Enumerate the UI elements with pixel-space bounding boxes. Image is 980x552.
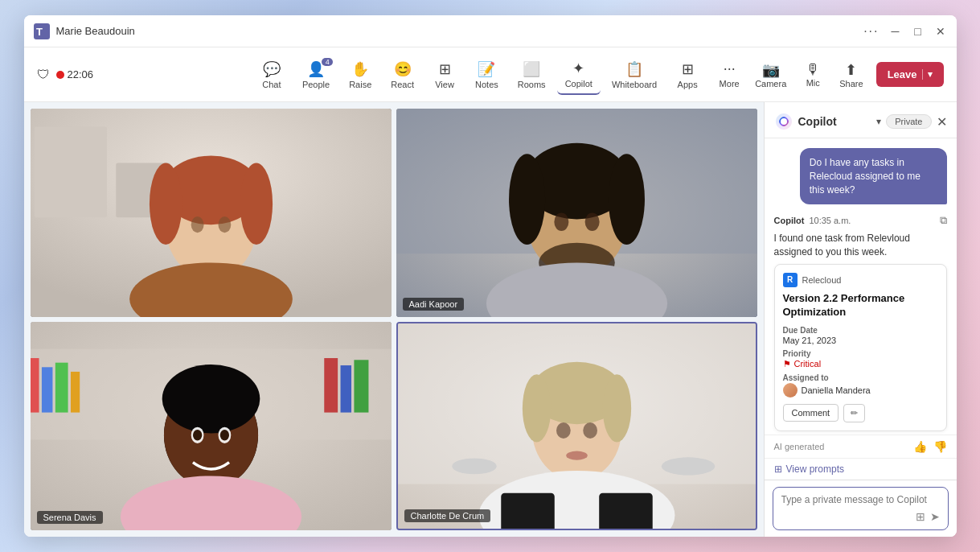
toolbar-right: 📷 Camera 🎙 Mic ⬆ Share Leave ▾ xyxy=(748,58,943,92)
leave-chevron-icon[interactable]: ▾ xyxy=(922,69,933,80)
relecloud-icon: R xyxy=(783,273,798,287)
edit-button[interactable]: ✏ xyxy=(843,404,865,422)
priority-value: ⚑ Critical xyxy=(783,359,938,369)
copilot-input[interactable] xyxy=(781,494,940,505)
svg-point-11 xyxy=(218,216,231,233)
due-date-value: May 21, 2023 xyxy=(783,336,938,345)
leave-label: Leave xyxy=(888,68,917,80)
raise-label: Raise xyxy=(349,80,371,89)
recording-time: 22:06 xyxy=(68,68,94,80)
title-bar: T Marie Beaudouin ··· ─ □ ✕ xyxy=(24,15,957,47)
whiteboard-label: Whiteboard xyxy=(612,80,657,89)
recording-badge: 22:06 xyxy=(56,68,94,80)
share-icon: ⬆ xyxy=(845,61,857,79)
video-sim-1 xyxy=(31,109,392,317)
svg-rect-30 xyxy=(324,358,338,413)
view-prompts-bar[interactable]: ⊞ View prompts xyxy=(765,458,957,480)
svg-point-21 xyxy=(554,213,568,232)
thumbs-up-icon[interactable]: 👍 xyxy=(913,440,927,453)
react-label: React xyxy=(391,80,414,89)
view-prompts-icon: ⊞ xyxy=(774,463,782,475)
svg-point-9 xyxy=(240,163,273,245)
comment-button[interactable]: Comment xyxy=(783,404,839,422)
copilot-response-text: I found one task from Relevloud assigned… xyxy=(774,232,947,259)
close-button[interactable]: ✕ xyxy=(934,25,947,38)
copilot-response-name: Copilot xyxy=(774,216,805,225)
svg-rect-28 xyxy=(55,363,68,413)
svg-point-18 xyxy=(509,154,545,245)
svg-point-10 xyxy=(191,216,203,233)
task-card: R Relecloud Version 2.2 Performance Opti… xyxy=(774,264,947,431)
minimize-button[interactable]: ─ xyxy=(889,25,902,38)
mic-button[interactable]: 🎙 Mic xyxy=(799,58,826,91)
camera-button[interactable]: 📷 Camera xyxy=(748,58,793,92)
raise-icon: ✋ xyxy=(351,60,369,78)
private-badge: Private xyxy=(886,114,931,129)
apps-icon: ⊞ xyxy=(682,60,694,78)
copilot-dropdown-icon[interactable]: ▾ xyxy=(876,116,881,127)
send-icon[interactable]: ➤ xyxy=(930,510,940,523)
copilot-panel: Copilot ▾ Private ✕ Do I have any tasks … xyxy=(764,102,957,537)
toolbar-apps[interactable]: ⊞ Apps xyxy=(668,56,707,94)
copy-icon[interactable]: ⧉ xyxy=(940,214,947,227)
chat-label: Chat xyxy=(262,80,281,89)
notes-label: Notes xyxy=(475,80,498,89)
more-options-icon[interactable]: ··· xyxy=(863,24,879,39)
toolbar-people[interactable]: 👤 People 4 xyxy=(294,56,338,94)
svg-point-51 xyxy=(556,422,571,439)
copilot-meta: Copilot 10:35 a.m. ⧉ xyxy=(774,214,947,227)
share-button[interactable]: ⬆ Share xyxy=(833,58,869,92)
svg-point-50 xyxy=(602,374,630,442)
toolbar-rooms[interactable]: ⬜ Rooms xyxy=(510,56,554,94)
view-prompts-label: View prompts xyxy=(786,463,844,475)
toolbar-copilot[interactable]: ✦ Copilot xyxy=(557,55,601,95)
svg-point-8 xyxy=(149,163,182,245)
due-date-field: Due Date May 21, 2023 xyxy=(783,326,938,345)
user-message: Do I have any tasks in Relecloud assigne… xyxy=(800,148,947,204)
chat-icon: 💬 xyxy=(263,60,281,78)
task-app-name: Relecloud xyxy=(802,275,842,285)
person-svg-2 xyxy=(396,109,757,317)
thumbs-down-icon[interactable]: 👎 xyxy=(933,440,947,453)
ai-generated-label: AI generated xyxy=(774,442,825,451)
svg-point-53 xyxy=(566,451,588,460)
more-label: More xyxy=(720,79,740,89)
assigned-name: Daniella Mandera xyxy=(802,385,871,395)
rooms-label: Rooms xyxy=(518,80,546,89)
toolbar-notes[interactable]: 📝 Notes xyxy=(467,56,506,94)
leave-button[interactable]: Leave ▾ xyxy=(876,62,944,87)
copilot-chat: Do I have any tasks in Relecloud assigne… xyxy=(765,138,957,435)
toolbar-more[interactable]: ··· More xyxy=(710,56,748,93)
feedback-icons: 👍 👎 xyxy=(913,440,947,453)
flag-icon: ⚑ xyxy=(783,359,791,369)
toolbar-view[interactable]: ⊞ View xyxy=(425,56,464,94)
due-date-label: Due Date xyxy=(783,326,938,335)
video-sim-2 xyxy=(396,109,757,317)
copilot-title: Copilot xyxy=(798,115,872,128)
toolbar-raise[interactable]: ✋ Raise xyxy=(341,56,379,94)
notes-icon: 📝 xyxy=(478,60,495,78)
toolbar-react[interactable]: 😊 React xyxy=(383,56,422,94)
video-tile-2: Aadi Kapoor xyxy=(396,109,757,317)
recording-dot xyxy=(56,71,64,79)
toolbar-chat[interactable]: 💬 Chat xyxy=(252,56,291,94)
apps-label: Apps xyxy=(678,80,698,89)
svg-point-57 xyxy=(781,118,787,125)
svg-point-52 xyxy=(583,422,597,439)
participant-label-charlotte: Charlotte De Crum xyxy=(404,509,491,522)
copilot-close-button[interactable]: ✕ xyxy=(937,114,947,130)
maximize-button[interactable]: □ xyxy=(912,25,925,38)
participant-label-serena: Serena Davis xyxy=(37,511,103,524)
attach-icon[interactable]: ⊞ xyxy=(916,510,925,523)
main-content: Aadi Kapoor xyxy=(24,102,957,537)
toolbar-whiteboard[interactable]: 📋 Whiteboard xyxy=(604,56,665,94)
task-card-header: R Relecloud xyxy=(783,273,938,287)
svg-point-36 xyxy=(162,365,260,434)
svg-point-19 xyxy=(608,154,644,245)
copilot-input-box: ⊞ ➤ xyxy=(773,487,949,530)
video-sim-3 xyxy=(31,322,392,530)
copilot-response-time: 10:35 a.m. xyxy=(809,216,851,225)
copilot-header: Copilot ▾ Private ✕ xyxy=(765,102,957,138)
edit-icon: ✏ xyxy=(851,408,858,418)
svg-point-22 xyxy=(584,213,599,232)
